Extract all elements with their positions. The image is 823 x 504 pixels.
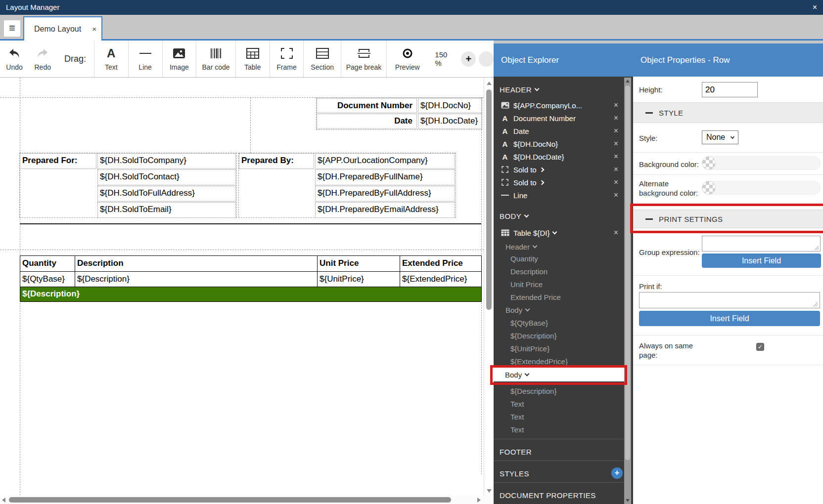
tree-item-table-di[interactable]: Table ${DI} ×: [494, 226, 624, 239]
print-settings-section-bar[interactable]: PRINT SETTINGS: [633, 210, 823, 228]
qty-base-cell[interactable]: ${QtyBase}: [20, 271, 75, 287]
redo-button[interactable]: Redo: [29, 41, 56, 77]
alternate-background-color-swatch[interactable]: [702, 181, 821, 195]
height-input[interactable]: [702, 82, 758, 97]
print-if-insert-field-button[interactable]: Insert Field: [639, 311, 820, 326]
delete-icon[interactable]: ×: [614, 178, 618, 187]
delete-icon[interactable]: ×: [614, 139, 618, 148]
group-description-row[interactable]: ${Description}: [20, 287, 482, 302]
prepared-by-email-field[interactable]: ${DH.PreparedByEmailAddress}: [315, 202, 455, 218]
delete-icon[interactable]: ×: [614, 228, 618, 237]
extended-price-cell[interactable]: ${ExtendedPrice}: [400, 271, 482, 287]
tree-group-table-body[interactable]: Body: [494, 303, 624, 316]
tree-child-extended-price[interactable]: Extended Price: [494, 291, 624, 303]
separator-line-object[interactable]: [20, 223, 481, 224]
group-expression-insert-field-button[interactable]: Insert Field: [702, 253, 821, 268]
tree-child-text-2[interactable]: Text: [494, 410, 624, 423]
tree-section-body[interactable]: BODY: [494, 210, 624, 222]
tool-barcode[interactable]: Bar code: [196, 41, 235, 77]
tree-section-document-properties[interactable]: DOCUMENT PROPERTIES: [494, 488, 624, 502]
resize-handle-icon[interactable]: [814, 246, 819, 251]
our-location-field[interactable]: ${APP.OurLocationCompany}: [315, 153, 455, 169]
undo-button[interactable]: Undo: [0, 41, 29, 77]
prepared-for-label[interactable]: Prepared For:: [20, 153, 96, 169]
tool-text[interactable]: A Text: [94, 41, 128, 77]
doc-number-field[interactable]: ${DH.DocNo}: [418, 98, 482, 113]
print-if-textarea[interactable]: [639, 292, 820, 308]
tab-close-icon[interactable]: ×: [92, 25, 96, 33]
transparent-color-icon[interactable]: [702, 181, 716, 195]
vertical-scroll-thumb[interactable]: [486, 89, 492, 310]
tool-line[interactable]: Line: [128, 41, 162, 77]
tree-section-styles[interactable]: STYLES: [494, 466, 624, 480]
scroll-right-arrow[interactable]: [477, 498, 481, 503]
resize-handle-icon[interactable]: [813, 302, 818, 307]
add-style-button[interactable]: +: [611, 467, 623, 479]
tool-page-break[interactable]: Page break: [341, 41, 387, 77]
tab-demo-layout[interactable]: Demo Layout ×: [23, 16, 102, 41]
style-section-bar[interactable]: STYLE: [633, 102, 823, 123]
tree-item-line[interactable]: Line ×: [494, 189, 624, 202]
tree-item-sold-to-1[interactable]: Sold to ×: [494, 163, 624, 176]
delete-icon[interactable]: ×: [614, 114, 618, 123]
scroll-down-arrow[interactable]: [487, 489, 492, 493]
delete-icon[interactable]: ×: [614, 101, 618, 110]
transparent-color-icon[interactable]: [702, 156, 716, 170]
tree-child-qtybase[interactable]: ${QtyBase}: [494, 316, 624, 329]
delete-icon[interactable]: ×: [614, 126, 618, 135]
tree-item-sold-to-2[interactable]: Sold to ×: [494, 176, 624, 189]
delete-icon[interactable]: ×: [614, 152, 618, 161]
sold-to-address-field[interactable]: ${DH.SoldToFullAddress}: [97, 186, 236, 202]
scroll-left-arrow[interactable]: [2, 498, 5, 503]
tree-item-date[interactable]: A Date ×: [494, 125, 624, 137]
tree-item-company-logo[interactable]: ${APP.CompanyLo... ×: [494, 99, 624, 112]
tree-child-quantity[interactable]: Quantity: [494, 252, 624, 265]
explorer-scrollbar[interactable]: [624, 78, 631, 504]
tree-item-docno[interactable]: A ${DH.DocNo} ×: [494, 137, 624, 150]
always-on-same-page-checkbox[interactable]: ✓: [756, 343, 764, 351]
description-cell[interactable]: ${Description}: [75, 271, 318, 287]
zoom-out-button[interactable]: [479, 51, 494, 67]
scroll-up-arrow[interactable]: [626, 80, 630, 83]
scroll-down-arrow[interactable]: [626, 499, 630, 502]
col-description-header[interactable]: Description: [75, 255, 318, 272]
delete-icon[interactable]: ×: [614, 191, 618, 200]
canvas-horizontal-scrollbar[interactable]: [0, 496, 494, 504]
tree-child-group-description[interactable]: ${Description}: [494, 384, 624, 397]
tree-section-header[interactable]: HEADER: [494, 83, 624, 96]
tree-section-footer[interactable]: FOOTER: [494, 445, 624, 459]
tree-child-text-1[interactable]: Text: [494, 397, 624, 410]
style-select[interactable]: None: [702, 130, 738, 144]
preview-button[interactable]: Preview: [387, 41, 428, 77]
delete-icon[interactable]: ×: [614, 165, 618, 174]
prepared-by-name-field[interactable]: ${DH.PreparedByFullName}: [315, 169, 455, 185]
tool-image[interactable]: Image: [162, 41, 196, 77]
date-field[interactable]: ${DH.DocDate}: [418, 114, 482, 129]
col-extended-price-header[interactable]: Extended Price: [400, 255, 482, 272]
scroll-up-arrow[interactable]: [487, 82, 492, 85]
tree-child-text-3[interactable]: Text: [494, 423, 624, 436]
prepared-by-label[interactable]: Prepared By:: [239, 153, 314, 169]
tree-item-document-number[interactable]: A Document Number ×: [494, 112, 624, 125]
tool-section[interactable]: Section: [303, 41, 341, 77]
group-expression-textarea[interactable]: [702, 236, 821, 252]
tool-frame[interactable]: Frame: [270, 41, 304, 77]
sold-to-email-field[interactable]: ${DH.SoldToEmail}: [97, 202, 236, 218]
explorer-scroll-thumb[interactable]: [625, 85, 630, 460]
date-label[interactable]: Date: [317, 114, 417, 129]
tree-group-table-header[interactable]: Header: [494, 240, 624, 253]
doc-number-label[interactable]: Document Number: [317, 98, 417, 113]
zoom-in-button[interactable]: +: [461, 51, 476, 67]
tool-table[interactable]: Table: [235, 41, 270, 77]
tree-child-extendedprice-field[interactable]: ${ExtendedPrice}: [494, 355, 624, 368]
canvas-vertical-scrollbar[interactable]: [484, 78, 494, 496]
menu-button[interactable]: ≡: [4, 20, 20, 37]
design-canvas[interactable]: Document Number ${DH.DocNo} Date ${DH.Do…: [0, 78, 494, 504]
tree-child-unit-price[interactable]: Unit Price: [494, 278, 624, 291]
col-unit-price-header[interactable]: Unit Price: [317, 255, 400, 272]
prepared-by-address-field[interactable]: ${DH.PreparedByFullAddress}: [315, 186, 455, 202]
col-quantity-header[interactable]: Quantity: [20, 255, 75, 272]
tree-group-body-selected[interactable]: Body: [493, 368, 624, 381]
tree-child-unitprice-field[interactable]: ${UnitPrice}: [494, 342, 624, 355]
sold-to-company-field[interactable]: ${DH.SoldToCompany}: [97, 153, 236, 169]
